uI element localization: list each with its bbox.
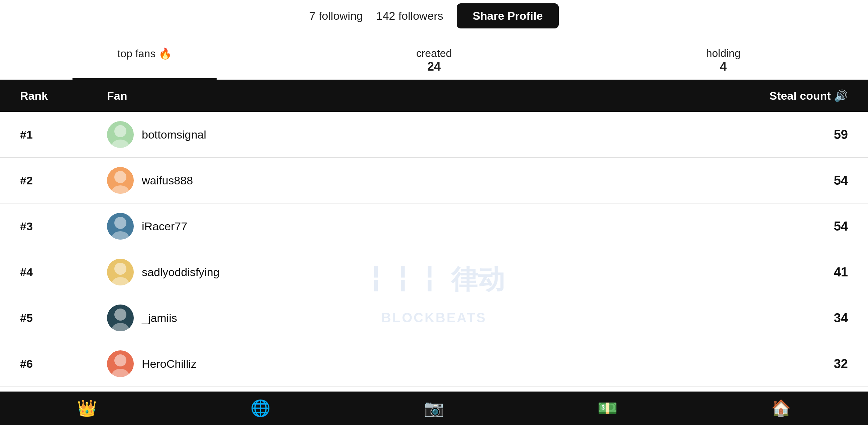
svg-point-7 xyxy=(112,277,129,285)
rank-cell: #2 xyxy=(20,174,107,187)
bottom-nav-home[interactable]: 🏠 xyxy=(694,392,868,425)
col-rank-header: Rank xyxy=(20,89,107,103)
fan-cell: iRacer77 xyxy=(107,213,741,239)
bottom-nav: 👑 🌐 📷 💵 🏠 xyxy=(0,392,868,425)
svg-point-1 xyxy=(112,140,129,148)
table-row[interactable]: #1 bottomsignal 59 xyxy=(0,112,868,158)
tab-created-label: created xyxy=(416,47,452,60)
following-stat: 7 following xyxy=(309,9,363,22)
col-steal-header: Steal count 🔊 xyxy=(741,89,848,103)
fan-avatar xyxy=(107,350,134,377)
rank-cell: #4 xyxy=(20,266,107,279)
svg-point-5 xyxy=(112,231,129,239)
fan-avatar xyxy=(107,259,134,285)
svg-point-3 xyxy=(112,186,129,194)
fan-avatar xyxy=(107,213,134,239)
fan-name: bottomsignal xyxy=(142,128,206,141)
steal-count: 32 xyxy=(741,357,848,371)
svg-point-9 xyxy=(112,323,129,331)
rank-cell: #3 xyxy=(20,220,107,233)
rank-cell: #1 xyxy=(20,128,107,141)
col-fan-header: Fan xyxy=(107,89,741,103)
tab-holding-count: 4 xyxy=(720,60,726,74)
bottom-nav-crown[interactable]: 👑 xyxy=(0,392,174,425)
fan-avatar xyxy=(107,167,134,194)
svg-point-0 xyxy=(114,125,126,137)
steal-count: 41 xyxy=(741,265,848,279)
steal-count: 59 xyxy=(741,128,848,142)
table-row[interactable]: #2 waifus888 54 xyxy=(0,158,868,203)
svg-point-10 xyxy=(114,355,126,366)
table-row[interactable]: #6 HeroChilliz 32 xyxy=(0,341,868,387)
svg-point-6 xyxy=(114,263,126,275)
table-row[interactable]: #5 _jamiis 34 xyxy=(0,295,868,341)
fan-cell: waifus888 xyxy=(107,167,741,194)
tab-created[interactable]: created 24 xyxy=(289,39,579,79)
table-row[interactable]: #3 iRacer77 54 xyxy=(0,203,868,249)
svg-point-4 xyxy=(114,217,126,229)
fans-table: ╏╏╏ 律动 BLOCKBEATS #1 bottomsignal 59 #2 xyxy=(0,112,868,425)
svg-point-11 xyxy=(112,369,129,377)
tab-top-fans-label: top fans 🔥 xyxy=(117,47,172,60)
bottom-nav-camera[interactable]: 📷 xyxy=(347,392,521,425)
fan-name: _jamiis xyxy=(142,312,177,324)
fan-name: HeroChilliz xyxy=(142,358,196,370)
bottom-nav-money[interactable]: 💵 xyxy=(521,392,694,425)
steal-count: 54 xyxy=(741,219,848,234)
svg-point-8 xyxy=(114,309,126,320)
followers-stat: 142 followers xyxy=(376,9,443,22)
fan-cell: _jamiis xyxy=(107,305,741,331)
profile-tabs: top fans 🔥 created 24 holding 4 xyxy=(0,39,868,80)
fan-cell: bottomsignal xyxy=(107,121,741,148)
fan-cell: sadlyoddisfying xyxy=(107,259,741,285)
follow-stats-row: 7 following 142 followers Share Profile xyxy=(309,3,559,28)
table-body: #1 bottomsignal 59 #2 xyxy=(0,112,868,425)
table-header: Rank Fan Steal count 🔊 xyxy=(0,80,868,112)
steal-count: 54 xyxy=(741,173,848,188)
fan-avatar xyxy=(107,305,134,331)
svg-point-2 xyxy=(114,171,126,183)
tab-holding[interactable]: holding 4 xyxy=(579,39,868,79)
rank-cell: #5 xyxy=(20,312,107,324)
share-profile-button[interactable]: Share Profile xyxy=(457,3,559,28)
rank-cell: #6 xyxy=(20,358,107,370)
bottom-nav-globe[interactable]: 🌐 xyxy=(174,392,347,425)
fan-name: waifus888 xyxy=(142,174,193,187)
steal-count: 34 xyxy=(741,311,848,325)
tab-top-fans[interactable]: top fans 🔥 xyxy=(0,39,289,79)
fan-cell: HeroChilliz xyxy=(107,350,741,377)
fan-name: sadlyoddisfying xyxy=(142,266,219,279)
fan-name: iRacer77 xyxy=(142,220,187,233)
tab-holding-label: holding xyxy=(706,47,741,60)
tab-created-count: 24 xyxy=(427,60,441,74)
fan-avatar xyxy=(107,121,134,148)
table-row[interactable]: #4 sadlyoddisfying 41 xyxy=(0,249,868,295)
profile-header: 7 following 142 followers Share Profile … xyxy=(0,0,868,80)
